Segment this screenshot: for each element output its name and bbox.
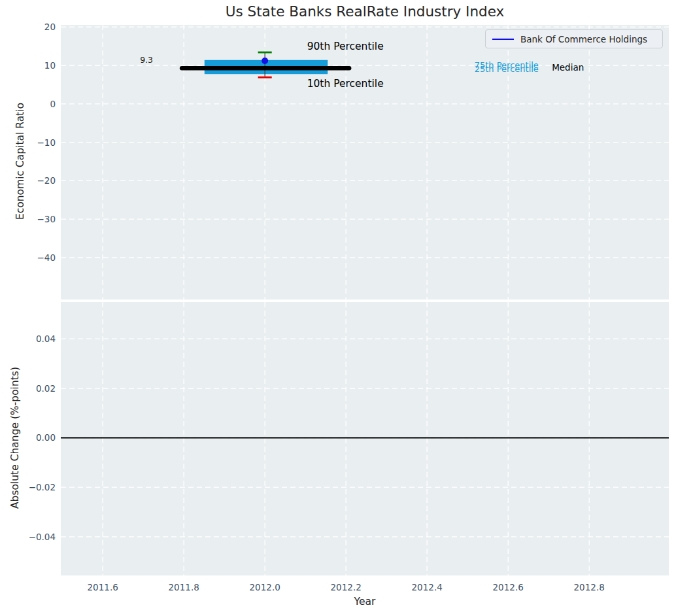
y-axis-label-top: Economic Capital Ratio xyxy=(15,57,26,266)
plot-svg xyxy=(0,0,676,616)
legend-label: Bank Of Commerce Holdings xyxy=(520,34,647,44)
legend: Bank Of Commerce Holdings xyxy=(485,29,663,48)
company-marker xyxy=(262,58,268,64)
y-axis-label-bottom: Absolute Change (%-points) xyxy=(10,334,21,543)
figure-canvas: 20100−10−20−30−409.390th Percentile10th … xyxy=(0,0,676,616)
legend-line-swatch-icon xyxy=(492,39,514,40)
chart-title: Us State Banks RealRate Industry Index xyxy=(61,3,669,20)
plot-area-0 xyxy=(61,25,669,299)
x-axis-label: Year xyxy=(61,596,669,607)
plot-area-1 xyxy=(61,302,669,575)
